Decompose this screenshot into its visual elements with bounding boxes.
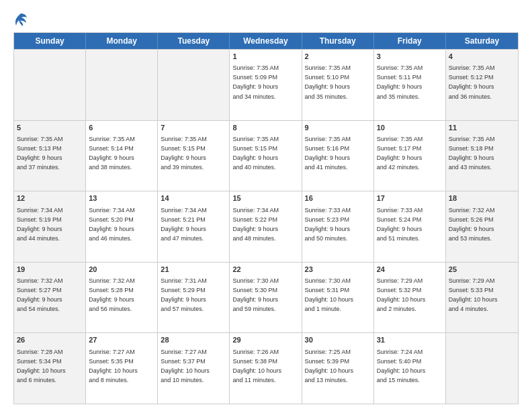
- day-cell-27: 27Sunrise: 7:27 AM Sunset: 5:35 PM Dayli…: [86, 333, 158, 404]
- empty-cell-4-6: [446, 333, 518, 404]
- day-cell-13: 13Sunrise: 7:34 AM Sunset: 5:20 PM Dayli…: [86, 191, 158, 262]
- day-number: 10: [377, 123, 443, 133]
- header: [13, 11, 519, 27]
- day-cell-16: 16Sunrise: 7:33 AM Sunset: 5:23 PM Dayli…: [302, 191, 374, 262]
- day-number: 12: [17, 193, 83, 203]
- week-row-3: 19Sunrise: 7:32 AM Sunset: 5:27 PM Dayli…: [14, 262, 518, 333]
- day-info: Sunrise: 7:31 AM Sunset: 5:29 PM Dayligh…: [161, 277, 207, 312]
- day-info: Sunrise: 7:34 AM Sunset: 5:20 PM Dayligh…: [89, 207, 135, 242]
- weekday-header-tuesday: Tuesday: [158, 33, 230, 49]
- day-info: Sunrise: 7:35 AM Sunset: 5:11 PM Dayligh…: [377, 64, 423, 99]
- day-number: 20: [89, 265, 154, 275]
- day-number: 1: [232, 52, 298, 62]
- day-number: 28: [161, 335, 226, 345]
- day-info: Sunrise: 7:35 AM Sunset: 5:09 PM Dayligh…: [232, 64, 279, 99]
- day-info: Sunrise: 7:26 AM Sunset: 5:38 PM Dayligh…: [232, 349, 281, 383]
- day-info: Sunrise: 7:25 AM Sunset: 5:39 PM Dayligh…: [305, 349, 354, 383]
- day-cell-30: 30Sunrise: 7:25 AM Sunset: 5:39 PM Dayli…: [302, 333, 374, 404]
- day-cell-31: 31Sunrise: 7:24 AM Sunset: 5:40 PM Dayli…: [374, 333, 446, 404]
- day-number: 13: [89, 193, 154, 203]
- day-cell-1: 1Sunrise: 7:35 AM Sunset: 5:09 PM Daylig…: [230, 50, 302, 120]
- week-row-0: 1Sunrise: 7:35 AM Sunset: 5:09 PM Daylig…: [14, 49, 518, 120]
- day-cell-15: 15Sunrise: 7:34 AM Sunset: 5:22 PM Dayli…: [230, 191, 302, 262]
- empty-cell-0-0: [14, 50, 86, 120]
- day-cell-5: 5Sunrise: 7:35 AM Sunset: 5:13 PM Daylig…: [14, 121, 86, 191]
- day-info: Sunrise: 7:33 AM Sunset: 5:24 PM Dayligh…: [377, 207, 423, 242]
- day-info: Sunrise: 7:35 AM Sunset: 5:10 PM Dayligh…: [305, 64, 351, 99]
- day-info: Sunrise: 7:35 AM Sunset: 5:17 PM Dayligh…: [377, 136, 423, 171]
- day-info: Sunrise: 7:35 AM Sunset: 5:18 PM Dayligh…: [449, 136, 495, 171]
- day-cell-22: 22Sunrise: 7:30 AM Sunset: 5:30 PM Dayli…: [230, 263, 302, 333]
- day-cell-12: 12Sunrise: 7:34 AM Sunset: 5:19 PM Dayli…: [14, 191, 86, 262]
- day-number: 14: [161, 193, 226, 203]
- calendar: SundayMondayTuesdayWednesdayThursdayFrid…: [13, 32, 519, 404]
- day-number: 6: [89, 123, 154, 133]
- weekday-header-thursday: Thursday: [302, 33, 374, 49]
- day-number: 31: [377, 335, 443, 345]
- day-cell-7: 7Sunrise: 7:35 AM Sunset: 5:15 PM Daylig…: [158, 121, 230, 191]
- weekday-header-monday: Monday: [86, 33, 158, 49]
- day-cell-21: 21Sunrise: 7:31 AM Sunset: 5:29 PM Dayli…: [158, 263, 230, 333]
- day-info: Sunrise: 7:33 AM Sunset: 5:23 PM Dayligh…: [305, 207, 351, 242]
- day-number: 8: [232, 123, 298, 133]
- day-cell-19: 19Sunrise: 7:32 AM Sunset: 5:27 PM Dayli…: [14, 263, 86, 333]
- day-info: Sunrise: 7:32 AM Sunset: 5:27 PM Dayligh…: [17, 277, 63, 312]
- weekday-header-friday: Friday: [374, 33, 446, 49]
- day-number: 7: [161, 123, 226, 133]
- day-info: Sunrise: 7:30 AM Sunset: 5:31 PM Dayligh…: [305, 277, 354, 312]
- day-cell-9: 9Sunrise: 7:35 AM Sunset: 5:16 PM Daylig…: [302, 121, 374, 191]
- day-cell-11: 11Sunrise: 7:35 AM Sunset: 5:18 PM Dayli…: [446, 121, 518, 191]
- day-number: 16: [305, 193, 371, 203]
- day-info: Sunrise: 7:35 AM Sunset: 5:14 PM Dayligh…: [89, 136, 135, 171]
- logo: [13, 11, 32, 27]
- week-row-1: 5Sunrise: 7:35 AM Sunset: 5:13 PM Daylig…: [14, 120, 518, 191]
- empty-cell-0-1: [86, 50, 158, 120]
- day-cell-2: 2Sunrise: 7:35 AM Sunset: 5:10 PM Daylig…: [302, 50, 374, 120]
- day-cell-3: 3Sunrise: 7:35 AM Sunset: 5:11 PM Daylig…: [374, 50, 446, 120]
- day-info: Sunrise: 7:27 AM Sunset: 5:35 PM Dayligh…: [89, 349, 138, 383]
- weekday-header-saturday: Saturday: [446, 33, 518, 49]
- day-cell-24: 24Sunrise: 7:29 AM Sunset: 5:32 PM Dayli…: [374, 263, 446, 333]
- day-info: Sunrise: 7:29 AM Sunset: 5:33 PM Dayligh…: [449, 277, 498, 312]
- day-number: 30: [305, 335, 371, 345]
- day-cell-4: 4Sunrise: 7:35 AM Sunset: 5:12 PM Daylig…: [446, 50, 518, 120]
- day-cell-20: 20Sunrise: 7:32 AM Sunset: 5:28 PM Dayli…: [86, 263, 158, 333]
- day-number: 21: [161, 265, 226, 275]
- day-info: Sunrise: 7:34 AM Sunset: 5:21 PM Dayligh…: [161, 207, 207, 242]
- day-cell-26: 26Sunrise: 7:28 AM Sunset: 5:34 PM Dayli…: [14, 333, 86, 404]
- day-info: Sunrise: 7:34 AM Sunset: 5:19 PM Dayligh…: [17, 207, 63, 242]
- day-number: 18: [449, 193, 515, 203]
- day-number: 22: [232, 265, 298, 275]
- day-number: 29: [232, 335, 298, 345]
- day-info: Sunrise: 7:30 AM Sunset: 5:30 PM Dayligh…: [232, 277, 279, 312]
- page: SundayMondayTuesdayWednesdayThursdayFrid…: [0, 0, 532, 411]
- day-info: Sunrise: 7:24 AM Sunset: 5:40 PM Dayligh…: [377, 349, 426, 383]
- day-cell-17: 17Sunrise: 7:33 AM Sunset: 5:24 PM Dayli…: [374, 191, 446, 262]
- day-number: 11: [449, 123, 515, 133]
- day-number: 17: [377, 193, 443, 203]
- day-info: Sunrise: 7:35 AM Sunset: 5:13 PM Dayligh…: [17, 136, 63, 171]
- day-number: 24: [377, 265, 443, 275]
- day-cell-14: 14Sunrise: 7:34 AM Sunset: 5:21 PM Dayli…: [158, 191, 230, 262]
- day-info: Sunrise: 7:32 AM Sunset: 5:28 PM Dayligh…: [89, 277, 135, 312]
- day-info: Sunrise: 7:35 AM Sunset: 5:12 PM Dayligh…: [449, 64, 495, 99]
- day-cell-25: 25Sunrise: 7:29 AM Sunset: 5:33 PM Dayli…: [446, 263, 518, 333]
- day-info: Sunrise: 7:27 AM Sunset: 5:37 PM Dayligh…: [161, 349, 210, 383]
- day-number: 23: [305, 265, 371, 275]
- calendar-body: 1Sunrise: 7:35 AM Sunset: 5:09 PM Daylig…: [14, 49, 518, 404]
- weekday-header-sunday: Sunday: [14, 33, 86, 49]
- logo-icon: [13, 12, 28, 27]
- week-row-2: 12Sunrise: 7:34 AM Sunset: 5:19 PM Dayli…: [14, 191, 518, 262]
- day-number: 15: [232, 193, 298, 203]
- day-info: Sunrise: 7:35 AM Sunset: 5:15 PM Dayligh…: [161, 136, 207, 171]
- day-info: Sunrise: 7:35 AM Sunset: 5:16 PM Dayligh…: [305, 136, 351, 171]
- day-info: Sunrise: 7:32 AM Sunset: 5:26 PM Dayligh…: [449, 207, 495, 242]
- day-cell-28: 28Sunrise: 7:27 AM Sunset: 5:37 PM Dayli…: [158, 333, 230, 404]
- day-number: 4: [449, 52, 515, 62]
- empty-cell-0-2: [158, 50, 230, 120]
- day-cell-6: 6Sunrise: 7:35 AM Sunset: 5:14 PM Daylig…: [86, 121, 158, 191]
- week-row-4: 26Sunrise: 7:28 AM Sunset: 5:34 PM Dayli…: [14, 332, 518, 404]
- calendar-header: SundayMondayTuesdayWednesdayThursdayFrid…: [14, 33, 518, 49]
- day-cell-18: 18Sunrise: 7:32 AM Sunset: 5:26 PM Dayli…: [446, 191, 518, 262]
- day-info: Sunrise: 7:34 AM Sunset: 5:22 PM Dayligh…: [232, 207, 279, 242]
